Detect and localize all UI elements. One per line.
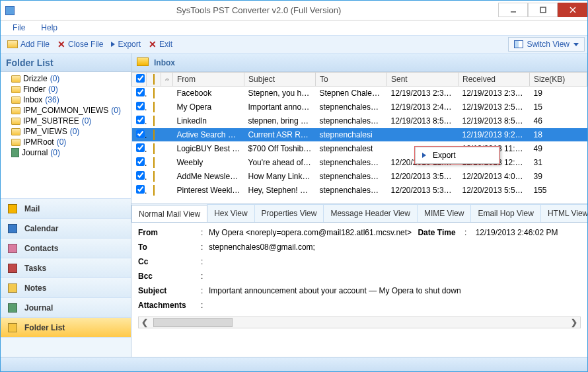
- switch-view-button[interactable]: Switch View: [508, 37, 585, 52]
- close-file-button[interactable]: ✕Close File: [54, 37, 107, 52]
- tree-item-label: Drizzle: [23, 74, 48, 83]
- table-row[interactable]: Active Search Res...Current ASR Rank...s…: [132, 128, 587, 142]
- cell-size: 15: [530, 100, 587, 114]
- row-checkbox[interactable]: [136, 185, 145, 194]
- envelope-icon: [153, 88, 155, 98]
- tree-item[interactable]: IPM_SUBTREE (0): [1, 116, 131, 126]
- nav-contacts[interactable]: Contacts: [1, 238, 131, 258]
- folder-tree[interactable]: Drizzle (0)Finder (0)Inbox (36)IPM_COMMO…: [1, 72, 131, 198]
- cell-sent: 12/19/2013 2:32:0...: [387, 87, 459, 100]
- row-checkbox[interactable]: [136, 116, 145, 124]
- horizontal-scrollbar[interactable]: ❮ ❯: [138, 316, 581, 328]
- menu-file[interactable]: File: [6, 21, 32, 34]
- nav-label: Mail: [24, 204, 40, 213]
- table-row[interactable]: LinkedIn stepnen, bring yo...stepnenchal…: [132, 114, 587, 128]
- journal-icon: [7, 303, 18, 313]
- cell-size: 19: [530, 87, 587, 100]
- maximize-button[interactable]: [528, 3, 558, 17]
- nav-calendar[interactable]: Calendar: [1, 218, 131, 238]
- row-checkbox[interactable]: [136, 88, 145, 96]
- header-from[interactable]: From: [173, 73, 244, 87]
- tab-properties-view[interactable]: Properties View: [254, 204, 324, 222]
- row-checkbox[interactable]: [136, 102, 145, 110]
- header-size[interactable]: Size(KB): [530, 73, 587, 87]
- nav-tasks[interactable]: Tasks: [1, 258, 131, 278]
- tree-item[interactable]: IPMRoot (0): [1, 137, 131, 147]
- exit-button[interactable]: ✕Exit: [145, 37, 176, 52]
- tab-mime-view[interactable]: MIME View: [417, 204, 471, 222]
- row-checkbox[interactable]: [136, 130, 145, 138]
- tab-normal-mail-view[interactable]: Normal Mail View: [131, 205, 207, 223]
- scroll-left-icon[interactable]: ❮: [139, 317, 151, 328]
- row-checkbox[interactable]: [136, 143, 145, 152]
- header-subject[interactable]: Subject: [244, 73, 316, 87]
- folder-icon: [11, 118, 20, 125]
- detail-pane: From : My Opera <noreply=opera.com@mail1…: [131, 223, 587, 357]
- envelope-icon: [153, 143, 155, 154]
- close-button[interactable]: [558, 3, 587, 17]
- table-row[interactable]: AddMe Newslette...How Many Links ...step…: [132, 170, 587, 184]
- header-sent[interactable]: Sent: [387, 73, 459, 87]
- journal-icon: [11, 148, 19, 157]
- tab-email-hop-view[interactable]: Email Hop View: [470, 204, 540, 222]
- tree-item[interactable]: Inbox (36): [1, 94, 131, 105]
- nav-journal[interactable]: Journal: [1, 297, 131, 317]
- detail-tabs: Normal Mail ViewHex ViewProperties ViewM…: [131, 204, 587, 223]
- cell-size: 46: [530, 114, 587, 128]
- cell-subject: You're ahead of t...: [244, 156, 316, 170]
- tasks-icon: [7, 263, 18, 274]
- table-row[interactable]: LogicBUY Best De...$700 Off Toshiba ...s…: [132, 142, 587, 156]
- header-checkbox[interactable]: [132, 73, 147, 87]
- header-to[interactable]: To: [316, 73, 387, 87]
- scroll-right-icon[interactable]: ❯: [568, 317, 580, 328]
- envelope-icon: [153, 171, 155, 182]
- cell-to: stepnenchales08...: [316, 114, 387, 128]
- cell-from: Pinterest Weekly ...: [173, 184, 244, 198]
- tab-hex-view[interactable]: Hex View: [207, 204, 254, 222]
- context-menu: Export: [414, 146, 500, 165]
- nav-mail[interactable]: Mail: [1, 198, 131, 218]
- tree-item-label: Inbox: [23, 95, 42, 104]
- export-button[interactable]: Export: [107, 38, 145, 51]
- menu-help[interactable]: Help: [34, 21, 64, 34]
- cell-received: 12/20/2013 5:55:5...: [459, 184, 530, 198]
- row-checkbox[interactable]: [136, 171, 145, 180]
- envelope-icon: [153, 116, 155, 126]
- left-panel: Folder List Drizzle (0)Finder (0)Inbox (…: [1, 54, 131, 357]
- tree-item[interactable]: Journal (0): [1, 147, 131, 158]
- tree-item[interactable]: Finder (0): [1, 84, 131, 94]
- table-row[interactable]: Weebly You're ahead of t...stepnenchales…: [132, 156, 587, 170]
- chevron-down-icon: [573, 43, 579, 46]
- folder-icon: [11, 86, 20, 93]
- tab-html-view[interactable]: HTML View: [540, 204, 587, 222]
- detail-from-value: My Opera <noreply=opera.com@mail182.atl6…: [209, 228, 581, 237]
- cell-to: stepnenchales08...: [316, 184, 387, 198]
- tab-message-header-view[interactable]: Message Header View: [323, 204, 418, 222]
- header-received[interactable]: Received: [459, 73, 530, 87]
- minimize-button[interactable]: [498, 3, 528, 17]
- context-menu-export[interactable]: Export: [417, 149, 497, 162]
- header-envelope-icon[interactable]: [147, 73, 161, 87]
- table-row[interactable]: Pinterest Weekly ...Hey, Stephen! Do...s…: [132, 184, 587, 198]
- table-row[interactable]: My Opera Important annou...stepnenchales…: [132, 100, 587, 114]
- detail-cc-value: [209, 257, 581, 266]
- tree-item-count: (0): [82, 116, 92, 126]
- nav-folder-list[interactable]: Folder List: [1, 317, 131, 337]
- message-grid[interactable]: 𝄐 From Subject To Sent Received Size(KB)…: [131, 72, 587, 204]
- calendar-icon: [7, 223, 18, 234]
- svg-rect-1: [540, 7, 546, 13]
- table-row[interactable]: Facebook Stepnen, you hav...Stepnen Chal…: [132, 87, 587, 100]
- tree-item[interactable]: Drizzle (0): [1, 73, 131, 84]
- envelope-icon: [153, 185, 155, 196]
- tree-item[interactable]: IPM_COMMON_VIEWS (0): [1, 105, 131, 116]
- row-checkbox[interactable]: [136, 157, 145, 166]
- nav-label: Notes: [24, 283, 46, 293]
- tree-item[interactable]: IPM_VIEWS (0): [1, 126, 131, 137]
- add-file-button[interactable]: Add File: [3, 38, 54, 51]
- status-bar: [1, 357, 587, 371]
- detail-subject-value: Important announcement about your accoun…: [209, 286, 581, 295]
- nav-notes[interactable]: Notes: [1, 278, 131, 297]
- scroll-thumb[interactable]: [153, 318, 233, 327]
- detail-cc-label: Cc: [138, 257, 201, 266]
- header-attachment-icon[interactable]: 𝄐: [161, 73, 173, 87]
